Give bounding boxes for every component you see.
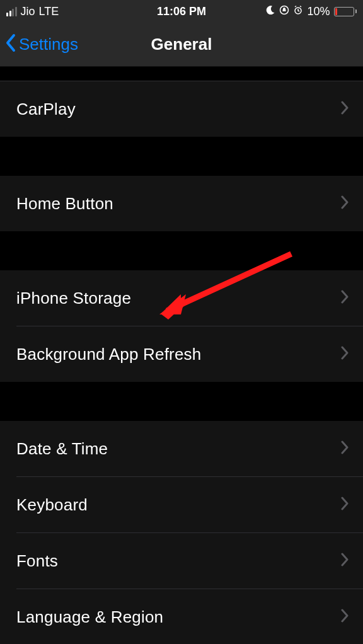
row-label: Language & Region (16, 607, 163, 627)
chevron-right-icon (340, 609, 349, 625)
row-label: Fonts (16, 551, 58, 571)
clock-label: 11:06 PM (157, 5, 206, 18)
chevron-right-icon (340, 101, 349, 117)
battery-pct-label: 10% (307, 5, 330, 18)
chevron-right-icon (340, 497, 349, 513)
chevron-left-icon (5, 33, 16, 55)
row-label: Date & Time (16, 439, 108, 459)
row-carplay[interactable]: CarPlay (0, 81, 363, 137)
row-label: Keyboard (16, 495, 88, 515)
row-label: iPhone Storage (16, 289, 131, 308)
carrier-label: Jio (21, 5, 35, 18)
chevron-right-icon (340, 440, 349, 457)
chevron-right-icon (340, 290, 349, 306)
settings-list: CarPlay Home Button iPhone Storage Backg… (0, 67, 363, 644)
row-label: Home Button (16, 194, 113, 214)
row-background-app-refresh[interactable]: Background App Refresh (0, 326, 363, 382)
back-button[interactable]: Settings (5, 33, 78, 55)
chevron-right-icon (340, 553, 349, 569)
status-bar: Jio LTE 11:06 PM 10% (0, 0, 363, 23)
row-date-time[interactable]: Date & Time (0, 421, 363, 476)
orientation-lock-icon (279, 5, 289, 18)
cellular-signal-icon (6, 7, 17, 16)
row-iphone-storage[interactable]: iPhone Storage (0, 270, 363, 326)
row-language-region[interactable]: Language & Region (0, 589, 363, 644)
navigation-bar: Settings General (0, 23, 363, 67)
row-keyboard[interactable]: Keyboard (0, 477, 363, 532)
network-label: LTE (39, 5, 59, 18)
row-label: CarPlay (16, 100, 76, 119)
alarm-icon (293, 5, 303, 18)
chevron-right-icon (340, 346, 349, 362)
row-label: Background App Refresh (16, 345, 201, 364)
page-title: General (151, 35, 212, 54)
moon-icon (265, 5, 275, 18)
back-label: Settings (19, 35, 78, 54)
battery-icon (334, 7, 357, 16)
row-home-button[interactable]: Home Button (0, 176, 363, 231)
chevron-right-icon (340, 195, 349, 212)
row-fonts[interactable]: Fonts (0, 533, 363, 589)
